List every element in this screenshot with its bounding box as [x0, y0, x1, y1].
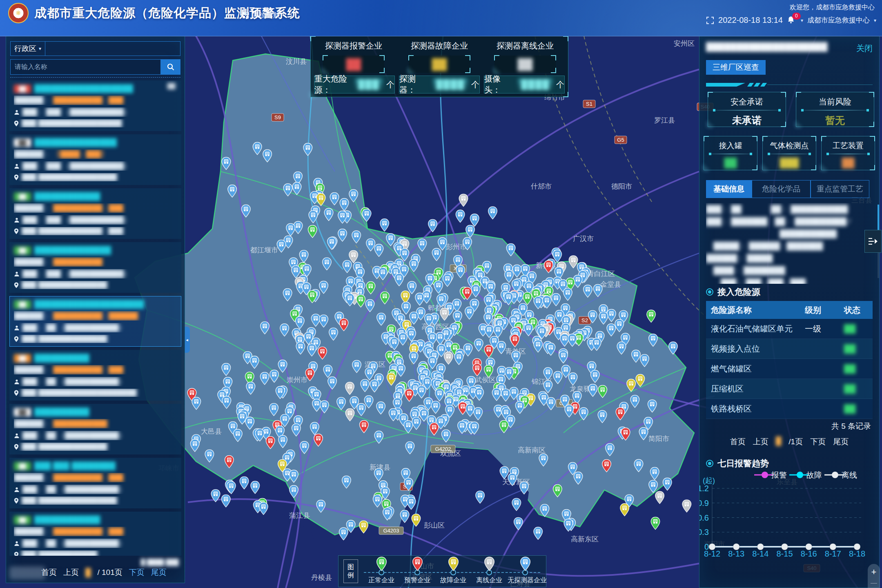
info-line-redacted: ██████： █████ [706, 252, 873, 264]
hazard-type-value-redacted: ██████████ · ███ [53, 528, 123, 536]
map-region-label: 丹棱县 [311, 574, 332, 581]
kpi-value-redacted: ██ [822, 158, 875, 168]
legend-pin-icon [448, 557, 459, 571]
hazard-type-label-redacted: ██████： [14, 527, 50, 536]
pagination-first[interactable]: 首页 [41, 567, 57, 578]
fullscreen-icon[interactable] [706, 16, 714, 24]
svg-text:报警: 报警 [771, 471, 787, 479]
legend-label: 预警企业 [400, 576, 435, 585]
map-legend: 图例 正常企业预警企业故障企业离线企业无探测器企业 [338, 555, 546, 587]
region-filter-value-input[interactable] [45, 41, 180, 56]
company-list-item[interactable]: ██████████████████：██████████████： ██ （█… [9, 404, 181, 454]
pagination-last[interactable]: 尾页 [151, 567, 167, 578]
stat-title: 探测器报警企业 [311, 40, 396, 51]
contact-redacted: ███： ███ （███████████） [22, 161, 131, 171]
legend-item: 离线企业 [472, 557, 507, 585]
danger-sources-table: 危险源名称 级别 状态 液化石油气储罐区单元一级██视频接入点位██燃气储罐区█… [706, 301, 873, 419]
hazard-type-label-redacted: ██████： [14, 473, 50, 482]
column-header: 级别 [800, 305, 839, 316]
tab-危险化学品[interactable]: 危险化学品 [752, 180, 811, 198]
address-redacted: ███ ████████████████ [22, 497, 117, 505]
contact-redacted: ███： ██ （███████████） [22, 323, 126, 332]
pagination-next[interactable]: 下页 [810, 437, 826, 447]
address-redacted: ███ ████████████ [22, 550, 97, 556]
kpi-value-redacted: ███ [763, 158, 816, 168]
location-icon [14, 444, 19, 450]
person-icon [14, 487, 20, 492]
tab-基础信息[interactable]: 基础信息 [706, 180, 752, 198]
pagination-last[interactable]: 尾页 [833, 437, 849, 447]
contact-redacted: ███： ███ （███████████） [22, 269, 131, 278]
info-line-redacted: ███： ███████ ██： ██████████ / [706, 215, 873, 227]
company-list-item[interactable]: ████████████████████████████：██████████ … [9, 80, 181, 131]
3d-plant-patrol-button[interactable]: 三维厂区巡查 [706, 60, 766, 75]
legend-label: 无探测器企业 [508, 576, 543, 585]
user-menu[interactable]: 成都市应急救援中心 [807, 16, 870, 25]
hazard-type-value-redacted: ██████████ · ██████ [53, 312, 138, 320]
region-filter-select[interactable]: 行政区 ▾ [10, 41, 45, 56]
address-redacted: ███ █████████████ · ███ [22, 227, 123, 235]
table-row[interactable]: 铁路栈桥区██ [706, 399, 873, 419]
table-row[interactable]: 液化石油气储罐区单元一级██ [706, 319, 873, 339]
location-icon [14, 228, 19, 234]
search-button[interactable] [161, 59, 180, 75]
legend-item: 预警企业 [400, 557, 435, 585]
contact-redacted: ███： ███ （███████████） [22, 215, 131, 225]
road-shield-label: S2 [581, 317, 588, 323]
legend-pin-icon [484, 557, 495, 571]
trend-section-header: 七日报警趋势 [706, 458, 769, 469]
search-input[interactable] [10, 59, 161, 75]
legend-item: 无探测器企业 [508, 557, 543, 585]
redacted-button[interactable] [9, 566, 45, 579]
company-list-item[interactable]: ████████████████████████████：██████████ … [9, 296, 181, 347]
company-name-redacted: ████████████████████ [34, 300, 144, 309]
zoom-in-button[interactable]: + [871, 567, 877, 577]
map-region-label: 彭山区 [424, 521, 445, 529]
tab-重点监管工艺[interactable]: 重点监管工艺 [811, 180, 869, 198]
info-line-redacted: ████： ████████ [706, 264, 873, 276]
hazard-type-value-redacted: ███████████ [53, 420, 107, 428]
contact-redacted: ███： ██ （███████████） [22, 431, 126, 440]
current-risk-box: 当前风险 暂无 [796, 92, 874, 127]
company-list-item[interactable]: ██████████████████：██████████ · ██████： … [9, 350, 181, 401]
company-list-item[interactable]: ███████████████████████：【████ - ███】███：… [9, 134, 181, 185]
map-region-label: 武侯区 [475, 376, 496, 384]
hazard-level: 一级 [800, 323, 839, 334]
company-status-badge: ██ [14, 462, 31, 470]
address-redacted: ███ █████████████████ [22, 119, 122, 127]
stat-card-offline: 探测器离线企业 ██ [482, 40, 568, 73]
company-list-item[interactable]: █████ ███ ██████████████：██████████ · ██… [9, 458, 181, 508]
expand-panel-icon[interactable] [864, 230, 882, 253]
company-list-item[interactable]: ████████████████████：██████████ · ██████… [9, 512, 181, 556]
location-icon [14, 336, 19, 342]
sidebar-collapse-tab[interactable]: ◂ [184, 327, 190, 353]
table-row[interactable]: 压缩机区██ [706, 379, 873, 399]
legend-item: 故障企业 [436, 557, 471, 585]
info-line-redacted: ███： ██ ██： ███████████ [706, 203, 873, 215]
grid-icon [243, 12, 249, 19]
pagination-next[interactable]: 下页 [129, 567, 145, 578]
contact-redacted: ███： ██ （███████████） [22, 485, 126, 494]
map-region-label: 德阳市 [611, 183, 632, 190]
info-line-redacted: █████： ██████ · ███████ [706, 240, 873, 252]
kpi-box: 气体检测点███ [762, 136, 816, 170]
table-pagination: 首页 上页 █ /1页 下页 尾页 [699, 437, 879, 447]
company-list-item[interactable]: ████████████████████：██████████ - ██████… [9, 188, 181, 239]
pagination-prev[interactable]: 上页 [63, 567, 79, 578]
table-row[interactable]: 视频接入点位██ [706, 339, 873, 359]
kpi-title: 工艺装置 [822, 140, 875, 151]
notifications-button[interactable]: 0 [787, 16, 797, 25]
location-icon [14, 552, 19, 556]
map-region-label: 汶川县 [286, 58, 307, 65]
company-list-item[interactable]: ██████████████████████：█████████████： ██… [9, 242, 181, 293]
system-nav-button[interactable]: 系统导航 [243, 11, 280, 20]
table-row[interactable]: 燃气储罐区██ [706, 359, 873, 379]
hazard-type-label-redacted: ██████： [14, 96, 50, 105]
person-icon [14, 217, 20, 223]
hazard-type-label-redacted: ██████： [14, 257, 50, 267]
pagination-prev[interactable]: 上页 [753, 437, 768, 447]
pagination-first[interactable]: 首页 [730, 437, 746, 447]
close-button[interactable]: 关闭 [856, 43, 873, 54]
address-redacted: ███ ██████████████ [22, 335, 107, 343]
kpi-value-redacted: ██ [704, 158, 757, 168]
